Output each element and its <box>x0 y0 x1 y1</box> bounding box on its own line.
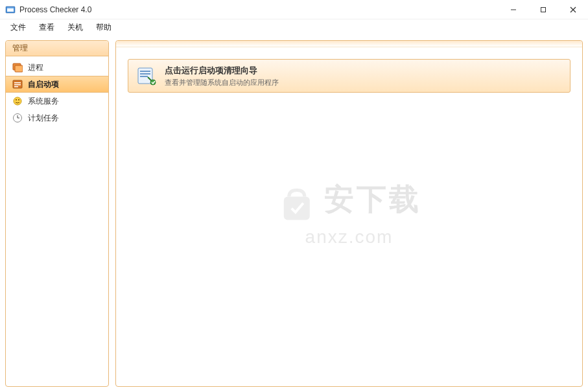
startup-icon <box>12 79 23 89</box>
svg-rect-10 <box>14 82 21 84</box>
window-title: Process Checker 4.0 <box>19 5 91 14</box>
svg-rect-22 <box>140 76 148 77</box>
watermark-line2: anxz.com <box>277 227 421 248</box>
wizard-title: 点击运行启动项清理向导 <box>165 65 279 76</box>
sidebar-item-services[interactable]: 系统服务 <box>6 93 108 110</box>
svg-point-14 <box>16 99 17 100</box>
app-icon <box>5 5 16 15</box>
menu-file[interactable]: 文件 <box>4 21 32 34</box>
svg-rect-21 <box>140 73 150 75</box>
svg-rect-11 <box>14 84 21 86</box>
svg-rect-20 <box>140 71 150 72</box>
svg-point-15 <box>18 99 19 100</box>
sidebar: 管理 进程 自启动项 系统服务 <box>5 40 109 387</box>
svg-rect-2 <box>7 8 14 9</box>
watermark-bag-icon <box>277 185 316 227</box>
watermark: 安下载 anxz.com <box>277 179 421 248</box>
clock-icon <box>12 113 23 123</box>
sidebar-header: 管理 <box>6 41 108 56</box>
menu-help[interactable]: 帮助 <box>89 21 118 34</box>
svg-rect-24 <box>283 197 309 220</box>
sidebar-item-startup[interactable]: 自启动项 <box>6 76 108 93</box>
sidebar-item-label: 自启动项 <box>28 79 59 90</box>
wizard-subtitle: 查看并管理随系统自启动的应用程序 <box>165 78 279 87</box>
process-icon <box>12 62 23 73</box>
svg-point-13 <box>14 97 21 105</box>
menu-view[interactable]: 查看 <box>32 21 61 34</box>
sidebar-item-scheduled-tasks[interactable]: 计划任务 <box>6 110 108 126</box>
content-area: 管理 进程 自启动项 系统服务 <box>0 35 588 392</box>
services-icon <box>12 96 23 106</box>
sidebar-item-label: 计划任务 <box>28 113 59 124</box>
svg-rect-4 <box>541 7 546 12</box>
svg-rect-8 <box>15 65 23 72</box>
close-button[interactable] <box>558 0 588 19</box>
main-panel-header <box>116 41 582 47</box>
menubar: 文件 查看 关机 帮助 <box>0 19 588 35</box>
main-panel: 点击运行启动项清理向导 查看并管理随系统自启动的应用程序 安下载 anxz.co… <box>115 40 583 387</box>
startup-cleanup-wizard-banner[interactable]: 点击运行启动项清理向导 查看并管理随系统自启动的应用程序 <box>128 59 570 93</box>
sidebar-item-label: 系统服务 <box>28 96 59 107</box>
sidebar-item-processes[interactable]: 进程 <box>6 59 108 76</box>
wizard-icon <box>136 65 157 86</box>
watermark-line1: 安下载 <box>324 181 421 215</box>
menu-shutdown[interactable]: 关机 <box>61 21 89 34</box>
minimize-button[interactable] <box>499 0 528 19</box>
svg-rect-12 <box>14 86 18 87</box>
maximize-button[interactable] <box>528 0 558 19</box>
wizard-text: 点击运行启动项清理向导 查看并管理随系统自启动的应用程序 <box>165 65 279 87</box>
sidebar-item-label: 进程 <box>28 62 43 73</box>
sidebar-items: 进程 自启动项 系统服务 计划任务 <box>6 56 108 129</box>
main-panel-body: 点击运行启动项清理向导 查看并管理随系统自启动的应用程序 安下载 anxz.co… <box>116 47 582 387</box>
titlebar: Process Checker 4.0 <box>0 0 588 19</box>
